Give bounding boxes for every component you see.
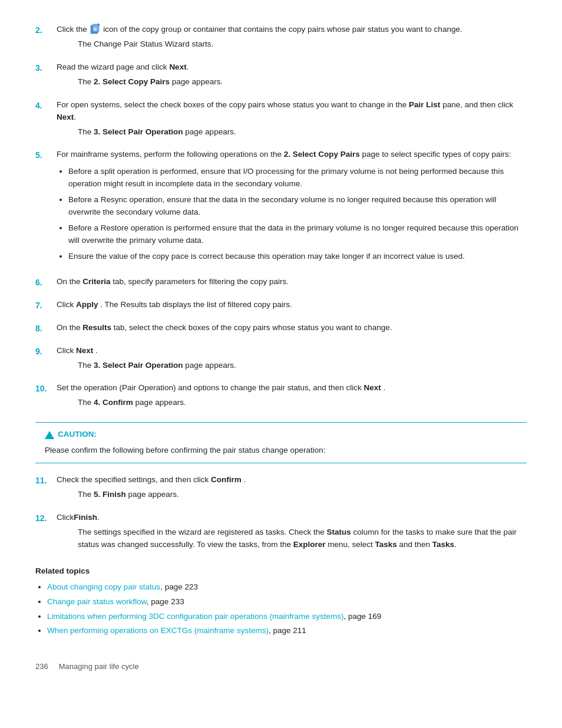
step-content-11: Check the specified settings, and then c… <box>57 474 527 503</box>
related-link-3[interactable]: Limitations when performing 3DC configur… <box>47 612 343 621</box>
step12-text1: Click <box>57 513 74 522</box>
step8-text2: tab, select the check boxes of the copy … <box>114 323 392 332</box>
copy-group-icon <box>90 23 101 35</box>
step-content-5: For mainframe systems, perform the follo… <box>57 149 527 267</box>
step7-bold: Apply <box>76 300 98 309</box>
step2-text-after: icon of the copy group or container that… <box>103 25 462 34</box>
step-6: 6. On the Criteria tab, specify paramete… <box>35 276 527 291</box>
step12-sub: The settings specified in the wizard are… <box>78 526 527 551</box>
related-link-1[interactable]: About changing copy pair status <box>47 582 160 591</box>
footer-page: 236 <box>35 662 48 671</box>
step11-bold: Confirm <box>211 475 242 484</box>
related-link-4[interactable]: When performing operations on EXCTGs (ma… <box>47 626 269 635</box>
step-num-11: 11. <box>35 474 57 487</box>
related-item-3: Limitations when performing 3DC configur… <box>47 611 527 623</box>
step4-text2: pane, and then click <box>442 100 513 109</box>
step-8: 8. On the Results tab, select the check … <box>35 322 527 337</box>
step-content-9: Click Next . The 3. Select Pair Operatio… <box>57 345 527 374</box>
step5-bold: 2. Select Copy Pairs <box>284 150 360 159</box>
step-content-12: ClickFinish. The settings specified in t… <box>57 512 527 554</box>
step10-sub: The 4. Confirm page appears. <box>78 397 527 409</box>
step4-text1: For open systems, select the check boxes… <box>57 100 406 109</box>
step4-bold1: Pair List <box>409 100 440 109</box>
step8-text1: On the <box>57 323 81 332</box>
step6-text2: tab, specify parameters for filtering th… <box>113 277 289 286</box>
related-link-2[interactable]: Change pair status workflow <box>47 597 147 606</box>
step3-bold: Next <box>169 62 186 71</box>
step4-sub: The 3. Select Pair Operation page appear… <box>78 126 527 139</box>
bullet-3: Before a Restore operation is performed … <box>68 222 527 247</box>
step4-bold2: Next <box>57 113 74 121</box>
bullet-1: Before a split operation is performed, e… <box>68 166 527 190</box>
step-4: 4. For open systems, select the check bo… <box>35 99 527 141</box>
step3-dot: . <box>187 62 189 71</box>
step-10: 10. Set the operation (Pair Operation) a… <box>35 382 527 411</box>
step2-text-before: Click the <box>57 25 87 34</box>
step-content-4: For open systems, select the check boxes… <box>57 99 527 141</box>
step5-text2: page to select specific types of copy pa… <box>362 150 511 159</box>
step9-text2: . <box>95 346 98 355</box>
step-num-2: 2. <box>35 24 57 37</box>
related-topics: Related topics About changing copy pair … <box>35 565 527 638</box>
svg-marker-4 <box>98 23 100 25</box>
step10-text1: Set the operation (Pair Operation) and o… <box>57 383 362 392</box>
step-5: 5. For mainframe systems, perform the fo… <box>35 149 527 267</box>
step11-text2: . <box>243 475 246 484</box>
step-9: 9. Click Next . The 3. Select Pair Opera… <box>35 345 527 374</box>
caution-text: Please confirm the following before conf… <box>45 444 517 457</box>
step7-text1: Click <box>57 300 74 309</box>
step-num-9: 9. <box>35 345 57 358</box>
step-content-10: Set the operation (Pair Operation) and o… <box>57 382 527 411</box>
step5-bullets: Before a split operation is performed, e… <box>68 166 527 262</box>
step12-bold: Finish <box>74 513 97 522</box>
caution-label: CAUTION: <box>58 429 97 441</box>
step-content-3: Read the wizard page and click Next. The… <box>57 61 527 91</box>
related-item-2: Change pair status workflow, page 233 <box>47 596 527 608</box>
svg-rect-2 <box>94 28 97 29</box>
step-12: 12. ClickFinish. The settings specified … <box>35 512 527 554</box>
related-topics-label: Related topics <box>35 565 527 578</box>
bullet-4: Ensure the value of the copy pace is cor… <box>68 251 527 263</box>
step11-text1: Check the specified settings, and then c… <box>57 475 209 484</box>
caution-header: CAUTION: <box>45 429 517 441</box>
step10-text2: . <box>384 383 386 392</box>
step11-sub: The 5. Finish page appears. <box>78 489 527 501</box>
step3-sub: The 2. Select Copy Pairs page appears. <box>78 76 527 88</box>
step-num-7: 7. <box>35 299 57 312</box>
step-num-6: 6. <box>35 276 57 289</box>
step9-text1: Click <box>57 346 74 355</box>
step-num-8: 8. <box>35 322 57 335</box>
step4-dot: . <box>74 113 76 121</box>
step-content-7: Click Apply . The Results tab displays t… <box>57 299 527 314</box>
step-num-5: 5. <box>35 149 57 162</box>
footer-section: Managing pair life cycle <box>59 662 139 671</box>
related-item-1: About changing copy pair status, page 22… <box>47 581 527 594</box>
caution-triangle-icon <box>45 431 54 439</box>
step-3: 3. Read the wizard page and click Next. … <box>35 61 527 91</box>
footer: 236 Managing pair life cycle <box>35 661 527 673</box>
caution-box: CAUTION: Please confirm the following be… <box>35 422 527 463</box>
related-topics-list: About changing copy pair status, page 22… <box>47 581 527 638</box>
step-2: 2. Click the icon of the copy group or c… <box>35 24 527 53</box>
step-num-3: 3. <box>35 61 57 75</box>
step12-text2: . <box>97 513 100 522</box>
step6-bold: Criteria <box>82 277 110 286</box>
step10-bold: Next <box>364 383 381 392</box>
step3-text1: Read the wizard page and click <box>57 62 167 71</box>
related-item-4: When performing operations on EXCTGs (ma… <box>47 625 527 637</box>
step9-bold: Next <box>76 346 93 355</box>
step-content-6: On the Criteria tab, specify parameters … <box>57 276 527 291</box>
step-content-2: Click the icon of the copy group or cont… <box>57 24 527 53</box>
step-num-4: 4. <box>35 99 57 113</box>
step-num-10: 10. <box>35 382 57 396</box>
step5-text1: For mainframe systems, perform the follo… <box>57 150 282 159</box>
step7-text2: . The Results tab displays the list of f… <box>100 300 292 309</box>
step9-sub: The 3. Select Pair Operation page appear… <box>78 360 527 372</box>
related-suffix-1: , page 223 <box>160 582 198 591</box>
step-11: 11. Check the specified settings, and th… <box>35 474 527 503</box>
step-7: 7. Click Apply . The Results tab display… <box>35 299 527 314</box>
step-content-8: On the Results tab, select the check box… <box>57 322 527 337</box>
step8-bold: Results <box>82 323 111 332</box>
related-suffix-3: , page 169 <box>343 612 381 621</box>
step2-sub: The Change Pair Status Wizard starts. <box>78 38 527 51</box>
